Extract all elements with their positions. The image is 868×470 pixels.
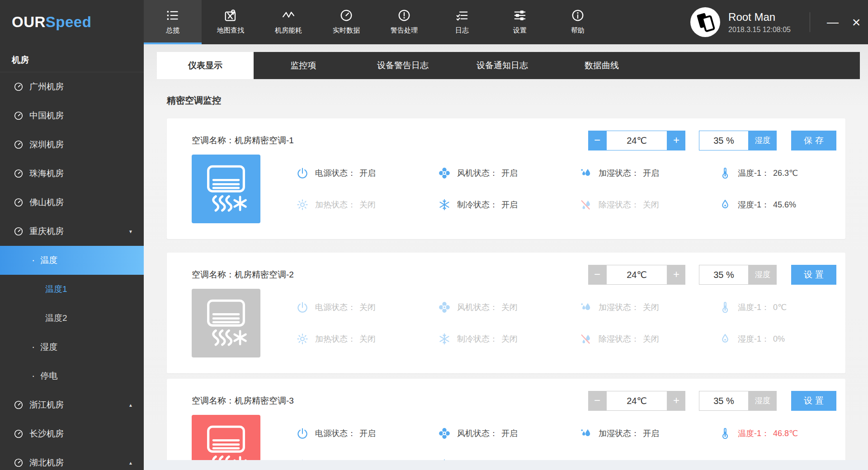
thermometer-icon bbox=[719, 301, 731, 314]
ac-name-label: 空调名称： bbox=[192, 396, 235, 405]
nav-label: 警告处理 bbox=[375, 26, 433, 35]
user-info: Root Man 2018.3.15 12:08:05 bbox=[728, 10, 791, 34]
status-label: 制冷状态： bbox=[457, 199, 498, 210]
current-datetime: 2018.3.15 12:08:05 bbox=[728, 26, 791, 34]
humidity-button[interactable]: 湿度 bbox=[749, 391, 777, 411]
nav-label: 帮助 bbox=[549, 26, 607, 35]
status-label: 除湿状态： bbox=[599, 334, 639, 344]
temp-setpoint-field[interactable]: 24℃ bbox=[606, 391, 667, 411]
sidebar-item-temperature-2[interactable]: 温度2 bbox=[0, 304, 144, 333]
status-value: 26.3℃ bbox=[773, 168, 798, 178]
status-value: 45.6% bbox=[773, 200, 796, 210]
sidebar-item-label: 浙江机房 bbox=[29, 399, 64, 411]
temp-increase-button[interactable]: + bbox=[667, 391, 685, 411]
action-button[interactable]: 保存 bbox=[791, 131, 836, 150]
status-item: 制冷状态： 关闭 bbox=[438, 332, 518, 346]
ac-unit-icon bbox=[192, 155, 260, 223]
topnav-item-map-search[interactable]: 地图查找 bbox=[202, 0, 259, 44]
humidity-button[interactable]: 湿度 bbox=[749, 131, 777, 150]
humidity-setpoint-field[interactable]: 35 % bbox=[699, 391, 749, 411]
status-value: 0% bbox=[773, 334, 785, 344]
action-button[interactable]: 设置 bbox=[791, 391, 836, 411]
dehumidify-icon bbox=[580, 333, 592, 345]
topnav-item-settings[interactable]: 设置 bbox=[491, 0, 549, 44]
status-item: 加热状态： 关闭 bbox=[296, 332, 376, 346]
status-item: 风机状态： 关闭 bbox=[438, 301, 518, 314]
humidity-setpoint-field[interactable]: 35 % bbox=[699, 131, 749, 150]
temp-setpoint-field[interactable]: 24℃ bbox=[606, 131, 667, 150]
topnav-item-alert-handling[interactable]: 警告处理 bbox=[375, 0, 433, 44]
tab-device-notice-log[interactable]: 设备通知日志 bbox=[453, 52, 552, 79]
sidebar-item-hubei[interactable]: 湖北机房 ▲ bbox=[0, 448, 144, 470]
status-value: 关闭 bbox=[643, 302, 659, 313]
action-button[interactable]: 设置 bbox=[791, 265, 836, 285]
sidebar-item-changsha[interactable]: 长沙机房 bbox=[0, 419, 144, 448]
dehumidify-icon bbox=[580, 198, 592, 211]
nav-label: 设置 bbox=[491, 26, 549, 35]
temp-increase-button[interactable]: + bbox=[667, 265, 685, 285]
status-label: 加热状态： bbox=[315, 334, 356, 344]
status-label: 加湿状态： bbox=[599, 168, 639, 179]
sidebar-item-guangzhou[interactable]: 广州机房 bbox=[0, 72, 144, 101]
sidebar-item-foshan[interactable]: 佛山机房 bbox=[0, 188, 144, 217]
temp-setpoint-field[interactable]: 24℃ bbox=[606, 265, 667, 285]
ac-name-value: 机房精密空调-1 bbox=[235, 136, 294, 145]
sidebar-item-temperature-1[interactable]: 温度1 bbox=[0, 275, 144, 304]
tab-gauge-display[interactable]: 仪表显示 bbox=[157, 52, 254, 79]
bullet-icon: · bbox=[32, 341, 35, 353]
status-value: 开启 bbox=[501, 428, 518, 439]
topnav-item-realtime-data[interactable]: 实时数据 bbox=[317, 0, 375, 44]
sidebar-list: 广州机房 中国机房 深圳机房 珠海机房 佛山机房 重庆机房 ▼ · 温度 温度1… bbox=[0, 72, 144, 470]
status-label: 温度-1： bbox=[738, 168, 769, 179]
gauge-icon bbox=[14, 169, 24, 179]
topnav-item-overview[interactable]: 总揽 bbox=[144, 0, 202, 44]
status-value: 关闭 bbox=[643, 199, 659, 210]
sidebar-item-power-outage[interactable]: · 停电 bbox=[0, 362, 144, 390]
status-value: 关闭 bbox=[359, 334, 376, 344]
nav-label: 日志 bbox=[433, 26, 491, 35]
humidity-button[interactable]: 湿度 bbox=[749, 265, 777, 285]
status-item: 制冷状态： 开启 bbox=[438, 198, 518, 212]
fan-icon bbox=[438, 301, 451, 314]
sidebar-item-china[interactable]: 中国机房 bbox=[0, 101, 144, 130]
sidebar-item-chongqing[interactable]: 重庆机房 ▼ bbox=[0, 217, 144, 246]
temp-increase-button[interactable]: + bbox=[667, 131, 685, 150]
ac-name-value: 机房精密空调-2 bbox=[235, 270, 294, 279]
window-divider bbox=[810, 12, 810, 32]
nav-label: 实时数据 bbox=[317, 26, 375, 35]
ac-controls: − 24℃ + 35 % 湿度 保存 bbox=[588, 131, 836, 150]
sidebar: 机房 广州机房 中国机房 深圳机房 珠海机房 佛山机房 重庆机房 ▼ · 温度 … bbox=[0, 44, 144, 470]
tab-monitor-items[interactable]: 监控项 bbox=[254, 52, 353, 79]
map-icon bbox=[202, 9, 259, 24]
ac-name-label: 空调名称： bbox=[192, 136, 235, 145]
sidebar-item-humidity[interactable]: · 湿度 bbox=[0, 333, 144, 362]
footer-strip bbox=[144, 460, 868, 470]
fan-icon bbox=[438, 427, 451, 440]
logo-text-primary: OUR bbox=[12, 14, 46, 31]
nav-label: 地图查找 bbox=[202, 26, 259, 35]
humidity-setpoint-field[interactable]: 35 % bbox=[699, 265, 749, 285]
window-minimize-button[interactable]: — bbox=[821, 18, 844, 27]
temp-decrease-button[interactable]: − bbox=[588, 391, 606, 411]
sidebar-item-temperature[interactable]: · 温度 bbox=[0, 246, 144, 275]
tab-device-alert-log[interactable]: 设备警告日志 bbox=[353, 52, 453, 79]
user-avatar[interactable] bbox=[690, 7, 720, 37]
sidebar-item-shenzhen[interactable]: 深圳机房 bbox=[0, 130, 144, 159]
topnav-item-logs[interactable]: 日志 bbox=[433, 0, 491, 44]
humidity-icon bbox=[719, 198, 731, 211]
topnav-item-help[interactable]: 帮助 bbox=[549, 0, 607, 44]
status-label: 电源状态： bbox=[315, 428, 356, 439]
topnav-item-room-energy[interactable]: 机房能耗 bbox=[259, 0, 317, 44]
status-value: 0℃ bbox=[773, 302, 787, 312]
temp-decrease-button[interactable]: − bbox=[588, 265, 606, 285]
sidebar-item-label: 湖北机房 bbox=[29, 457, 64, 469]
sidebar-item-zhejiang[interactable]: 浙江机房 ▲ bbox=[0, 390, 144, 419]
status-value: 关闭 bbox=[643, 334, 659, 344]
gauge-icon bbox=[14, 458, 24, 468]
tab-data-curve[interactable]: 数据曲线 bbox=[552, 52, 651, 79]
sidebar-subitem-label: 湿度 bbox=[40, 341, 57, 353]
temp-decrease-button[interactable]: − bbox=[588, 131, 606, 150]
window-close-button[interactable]: × bbox=[844, 14, 868, 31]
status-item: 风机状态： 开启 bbox=[438, 166, 518, 180]
sidebar-item-zhuhai[interactable]: 珠海机房 bbox=[0, 159, 144, 188]
